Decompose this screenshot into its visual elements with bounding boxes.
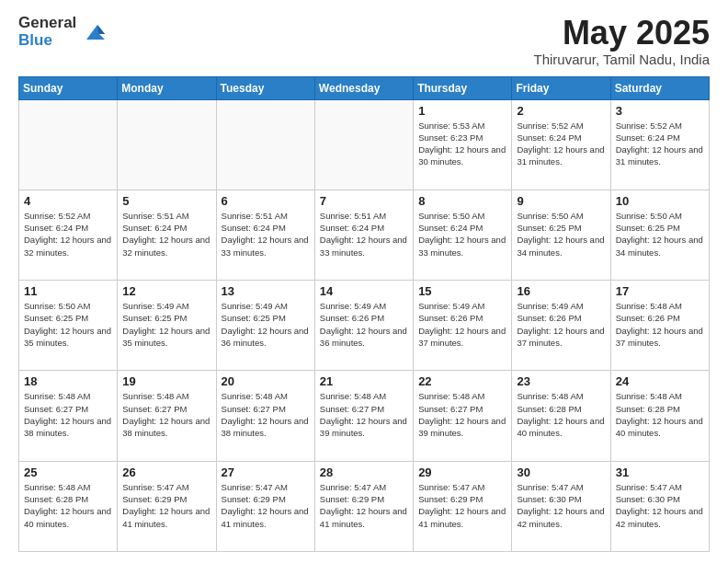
logo-general: General — [18, 15, 76, 32]
page: General Blue May 2025 Thiruvarur, Tamil … — [0, 0, 728, 563]
day-info: Sunrise: 5:52 AM Sunset: 6:24 PM Dayligh… — [24, 210, 112, 259]
calendar-cell: 14Sunrise: 5:49 AM Sunset: 6:26 PM Dayli… — [314, 281, 413, 371]
day-number: 16 — [517, 284, 605, 298]
calendar-week-row: 1Sunrise: 5:53 AM Sunset: 6:23 PM Daylig… — [19, 99, 710, 190]
calendar-cell: 11Sunrise: 5:50 AM Sunset: 6:25 PM Dayli… — [19, 281, 118, 371]
day-info: Sunrise: 5:48 AM Sunset: 6:27 PM Dayligh… — [24, 390, 112, 439]
day-number: 8 — [418, 194, 506, 208]
day-number: 24 — [616, 374, 704, 388]
day-info: Sunrise: 5:48 AM Sunset: 6:28 PM Dayligh… — [24, 481, 112, 530]
day-number: 19 — [122, 374, 210, 388]
day-number: 21 — [320, 374, 408, 388]
calendar-cell: 7Sunrise: 5:51 AM Sunset: 6:24 PM Daylig… — [314, 190, 413, 280]
day-info: Sunrise: 5:48 AM Sunset: 6:26 PM Dayligh… — [616, 300, 704, 349]
calendar-cell: 12Sunrise: 5:49 AM Sunset: 6:25 PM Dayli… — [118, 281, 216, 371]
calendar-header: SundayMondayTuesdayWednesdayThursdayFrid… — [19, 76, 710, 99]
day-number: 1 — [418, 104, 506, 118]
day-info: Sunrise: 5:50 AM Sunset: 6:24 PM Dayligh… — [418, 210, 506, 259]
calendar-cell: 5Sunrise: 5:51 AM Sunset: 6:24 PM Daylig… — [118, 190, 216, 280]
calendar-cell: 8Sunrise: 5:50 AM Sunset: 6:24 PM Daylig… — [414, 190, 512, 280]
weekday-header: Wednesday — [314, 76, 413, 99]
logo-blue: Blue — [18, 32, 76, 50]
day-info: Sunrise: 5:49 AM Sunset: 6:26 PM Dayligh… — [320, 300, 408, 349]
calendar-cell: 19Sunrise: 5:48 AM Sunset: 6:27 PM Dayli… — [118, 371, 216, 461]
calendar-cell: 24Sunrise: 5:48 AM Sunset: 6:28 PM Dayli… — [610, 371, 709, 461]
day-info: Sunrise: 5:48 AM Sunset: 6:27 PM Dayligh… — [418, 390, 506, 439]
calendar-cell: 30Sunrise: 5:47 AM Sunset: 6:30 PM Dayli… — [512, 461, 610, 551]
day-info: Sunrise: 5:47 AM Sunset: 6:29 PM Dayligh… — [320, 481, 408, 530]
calendar-cell: 3Sunrise: 5:52 AM Sunset: 6:24 PM Daylig… — [610, 99, 709, 190]
calendar-cell: 28Sunrise: 5:47 AM Sunset: 6:29 PM Dayli… — [314, 461, 413, 551]
calendar-cell: 31Sunrise: 5:47 AM Sunset: 6:30 PM Dayli… — [610, 461, 709, 551]
day-number: 4 — [24, 194, 112, 208]
location: Thiruvarur, Tamil Nadu, India — [534, 52, 710, 67]
day-number: 10 — [616, 194, 704, 208]
calendar-cell: 26Sunrise: 5:47 AM Sunset: 6:29 PM Dayli… — [118, 461, 216, 551]
day-number: 20 — [222, 374, 310, 388]
day-info: Sunrise: 5:47 AM Sunset: 6:30 PM Dayligh… — [616, 481, 704, 530]
day-number: 26 — [122, 465, 210, 479]
day-info: Sunrise: 5:51 AM Sunset: 6:24 PM Dayligh… — [320, 210, 408, 259]
calendar-cell: 2Sunrise: 5:52 AM Sunset: 6:24 PM Daylig… — [512, 99, 610, 190]
day-info: Sunrise: 5:52 AM Sunset: 6:24 PM Dayligh… — [517, 120, 605, 168]
day-info: Sunrise: 5:48 AM Sunset: 6:27 PM Dayligh… — [320, 390, 408, 439]
weekday-row: SundayMondayTuesdayWednesdayThursdayFrid… — [19, 76, 710, 99]
day-info: Sunrise: 5:51 AM Sunset: 6:24 PM Dayligh… — [222, 210, 310, 259]
calendar-cell: 10Sunrise: 5:50 AM Sunset: 6:25 PM Dayli… — [610, 190, 709, 280]
calendar-cell: 21Sunrise: 5:48 AM Sunset: 6:27 PM Dayli… — [314, 371, 413, 461]
calendar-cell — [314, 99, 413, 190]
calendar-cell: 17Sunrise: 5:48 AM Sunset: 6:26 PM Dayli… — [610, 281, 709, 371]
calendar-body: 1Sunrise: 5:53 AM Sunset: 6:23 PM Daylig… — [19, 99, 710, 551]
day-number: 9 — [517, 194, 605, 208]
day-number: 2 — [517, 104, 605, 118]
logo: General Blue — [18, 15, 108, 49]
calendar-cell — [19, 99, 118, 190]
day-info: Sunrise: 5:47 AM Sunset: 6:29 PM Dayligh… — [222, 481, 310, 530]
calendar-cell: 15Sunrise: 5:49 AM Sunset: 6:26 PM Dayli… — [414, 281, 512, 371]
day-number: 27 — [222, 465, 310, 479]
day-info: Sunrise: 5:51 AM Sunset: 6:24 PM Dayligh… — [122, 210, 210, 259]
calendar-cell: 22Sunrise: 5:48 AM Sunset: 6:27 PM Dayli… — [414, 371, 512, 461]
calendar-cell: 25Sunrise: 5:48 AM Sunset: 6:28 PM Dayli… — [19, 461, 118, 551]
day-info: Sunrise: 5:48 AM Sunset: 6:27 PM Dayligh… — [222, 390, 310, 439]
day-number: 11 — [24, 284, 112, 298]
calendar-week-row: 11Sunrise: 5:50 AM Sunset: 6:25 PM Dayli… — [19, 281, 710, 371]
calendar-cell: 20Sunrise: 5:48 AM Sunset: 6:27 PM Dayli… — [216, 371, 314, 461]
calendar-cell: 27Sunrise: 5:47 AM Sunset: 6:29 PM Dayli… — [216, 461, 314, 551]
header: General Blue May 2025 Thiruvarur, Tamil … — [18, 15, 710, 67]
day-number: 29 — [418, 465, 506, 479]
day-info: Sunrise: 5:47 AM Sunset: 6:29 PM Dayligh… — [418, 481, 506, 530]
day-number: 6 — [222, 194, 310, 208]
weekday-header: Friday — [512, 76, 610, 99]
day-info: Sunrise: 5:50 AM Sunset: 6:25 PM Dayligh… — [517, 210, 605, 259]
day-info: Sunrise: 5:49 AM Sunset: 6:25 PM Dayligh… — [122, 300, 210, 349]
day-info: Sunrise: 5:49 AM Sunset: 6:25 PM Dayligh… — [222, 300, 310, 349]
calendar-cell: 29Sunrise: 5:47 AM Sunset: 6:29 PM Dayli… — [414, 461, 512, 551]
day-info: Sunrise: 5:48 AM Sunset: 6:28 PM Dayligh… — [616, 390, 704, 439]
calendar-cell: 23Sunrise: 5:48 AM Sunset: 6:28 PM Dayli… — [512, 371, 610, 461]
day-number: 15 — [418, 284, 506, 298]
calendar-cell: 4Sunrise: 5:52 AM Sunset: 6:24 PM Daylig… — [19, 190, 118, 280]
calendar-week-row: 18Sunrise: 5:48 AM Sunset: 6:27 PM Dayli… — [19, 371, 710, 461]
day-info: Sunrise: 5:49 AM Sunset: 6:26 PM Dayligh… — [517, 300, 605, 349]
weekday-header: Saturday — [610, 76, 709, 99]
day-info: Sunrise: 5:50 AM Sunset: 6:25 PM Dayligh… — [24, 300, 112, 349]
calendar-week-row: 4Sunrise: 5:52 AM Sunset: 6:24 PM Daylig… — [19, 190, 710, 280]
calendar-cell: 18Sunrise: 5:48 AM Sunset: 6:27 PM Dayli… — [19, 371, 118, 461]
day-number: 25 — [24, 465, 112, 479]
day-info: Sunrise: 5:48 AM Sunset: 6:28 PM Dayligh… — [517, 390, 605, 439]
month-title: May 2025 — [534, 15, 710, 52]
weekday-header: Tuesday — [216, 76, 314, 99]
day-info: Sunrise: 5:47 AM Sunset: 6:30 PM Dayligh… — [517, 481, 605, 530]
day-info: Sunrise: 5:49 AM Sunset: 6:26 PM Dayligh… — [418, 300, 506, 349]
calendar-cell: 9Sunrise: 5:50 AM Sunset: 6:25 PM Daylig… — [512, 190, 610, 280]
calendar-table: SundayMondayTuesdayWednesdayThursdayFrid… — [18, 76, 710, 552]
day-info: Sunrise: 5:50 AM Sunset: 6:25 PM Dayligh… — [616, 210, 704, 259]
weekday-header: Sunday — [19, 76, 118, 99]
calendar-cell: 13Sunrise: 5:49 AM Sunset: 6:25 PM Dayli… — [216, 281, 314, 371]
logo-icon — [79, 17, 108, 47]
weekday-header: Monday — [118, 76, 216, 99]
title-block: May 2025 Thiruvarur, Tamil Nadu, India — [534, 15, 710, 67]
calendar-cell: 6Sunrise: 5:51 AM Sunset: 6:24 PM Daylig… — [216, 190, 314, 280]
day-number: 14 — [320, 284, 408, 298]
